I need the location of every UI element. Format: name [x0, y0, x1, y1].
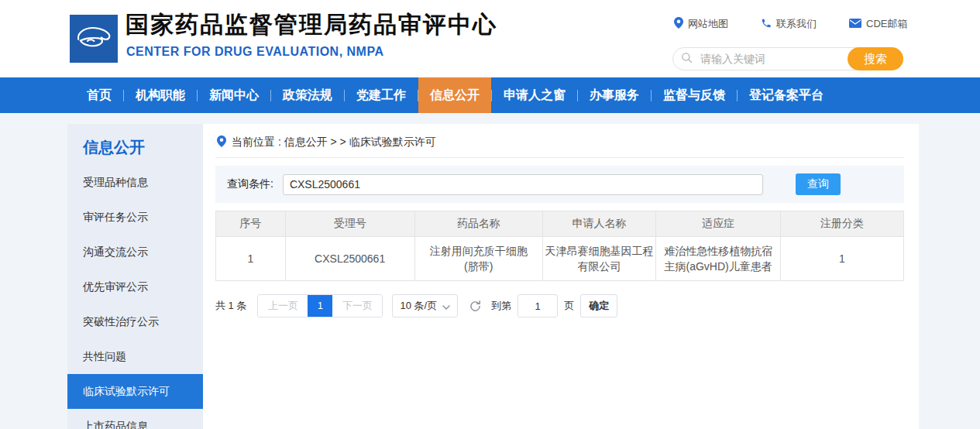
col-header-indication: 适应症 — [656, 211, 781, 237]
sidebar-item-marketed-drug-info[interactable]: 上市药品信息 — [67, 409, 203, 429]
sidebar-title: 信息公开 — [83, 137, 203, 158]
confirm-button[interactable]: 确定 — [580, 294, 617, 317]
query-button[interactable]: 查询 — [796, 173, 841, 195]
chevron-down-icon — [442, 300, 450, 312]
nav-item-news[interactable]: 新闻中心 — [198, 77, 270, 113]
cell-applicant: 天津昂赛细胞基因工程 有限公司 — [542, 237, 656, 281]
contact-us-link[interactable]: 联系我们 — [761, 17, 817, 31]
col-header-seq: 序号 — [216, 211, 286, 237]
nav-item-registration-platform[interactable]: 登记备案平台 — [738, 77, 835, 113]
goto-page-label: 到第 — [491, 299, 511, 313]
contact-us-link-label: 联系我们 — [776, 17, 817, 31]
sidebar-item-clinical-trial-implied-license[interactable]: 临床试验默示许可 — [67, 374, 203, 409]
prev-page-button[interactable]: 上一页 — [258, 295, 308, 317]
sidebar: 信息公开 受理品种信息 审评任务公示 沟通交流公示 优先审评公示 突破性治疗公示… — [67, 124, 203, 429]
location-pin-icon — [674, 17, 683, 31]
nav-item-services[interactable]: 办事服务 — [578, 77, 651, 113]
pagination-total: 共 1 条 — [215, 299, 246, 313]
col-header-acceptance-no: 受理号 — [285, 211, 414, 237]
nav-item-applicant-window[interactable]: 申请人之窗 — [492, 77, 577, 113]
nav-item-party[interactable]: 党建工作 — [345, 77, 418, 113]
cde-mail-link-label: CDE邮箱 — [866, 17, 907, 31]
sidebar-item-priority-review[interactable]: 优先审评公示 — [67, 269, 203, 304]
site-title: 国家药品监督管理局药品审评中心 — [126, 9, 497, 41]
nav-item-home[interactable]: 首页 — [75, 77, 123, 113]
refresh-icon[interactable] — [469, 300, 482, 313]
nav-item-info-disclosure[interactable]: 信息公开 — [418, 77, 491, 113]
cell-seq: 1 — [216, 237, 286, 281]
search-icon — [673, 52, 693, 67]
pagination-group: 上一页 1 下一页 — [257, 294, 383, 317]
main-nav: 首页 机构职能 新闻中心 政策法规 党建工作 信息公开 申请人之窗 办事服务 监… — [0, 77, 980, 113]
cde-mail-link[interactable]: CDE邮箱 — [849, 17, 907, 31]
page-size-value: 10 条/页 — [400, 299, 437, 313]
nav-item-policy[interactable]: 政策法规 — [271, 77, 344, 113]
cell-drug-name: 注射用间充质干细胞 (脐带) — [414, 237, 542, 281]
page-1-button[interactable]: 1 — [308, 295, 332, 317]
cell-indication: 难治性急性移植物抗宿 主病(aGvHD)儿童患者 — [656, 237, 781, 281]
breadcrumb: 当前位置 : 信息公开 > > 临床试验默示许可 — [215, 132, 904, 158]
keyword-search-input[interactable] — [699, 52, 848, 66]
nav-item-functions[interactable]: 机构职能 — [124, 77, 197, 113]
col-header-registration-class: 注册分类 — [781, 211, 904, 237]
query-input[interactable] — [283, 174, 763, 195]
location-pin-icon — [217, 136, 226, 149]
table-header-row: 序号 受理号 药品名称 申请人名称 适应症 注册分类 — [216, 211, 904, 237]
sidebar-item-communication[interactable]: 沟通交流公示 — [67, 235, 203, 269]
sitemap-link[interactable]: 网站地图 — [674, 17, 728, 31]
nav-item-supervision[interactable]: 监督与反馈 — [652, 77, 737, 113]
site-subtitle: CENTER FOR DRUG EVALUATION, NMPA — [126, 45, 383, 59]
page-size-select[interactable]: 10 条/页 — [392, 294, 458, 317]
table-row: 1 CXSL2500661 注射用间充质干细胞 (脐带) 天津昂赛细胞基因工程 … — [216, 237, 904, 281]
header-search-bar: 搜索 — [672, 47, 903, 70]
cde-logo — [70, 15, 118, 63]
breadcrumb-text: 当前位置 : 信息公开 > > 临床试验默示许可 — [232, 136, 436, 149]
site-header: 国家药品监督管理局药品审评中心 CENTER FOR DRUG EVALUATI… — [0, 0, 980, 77]
content-area: 信息公开 受理品种信息 审评任务公示 沟通交流公示 优先审评公示 突破性治疗公示… — [67, 124, 919, 429]
main-panel: 当前位置 : 信息公开 > > 临床试验默示许可 查询条件: 查询 序号 受理号… — [203, 124, 919, 429]
sidebar-item-common-issues[interactable]: 共性问题 — [67, 339, 203, 374]
sidebar-item-accepted-varieties[interactable]: 受理品种信息 — [67, 165, 203, 200]
sidebar-item-breakthrough-therapy[interactable]: 突破性治疗公示 — [67, 304, 203, 339]
next-page-button[interactable]: 下一页 — [332, 295, 382, 317]
search-button[interactable]: 搜索 — [848, 47, 903, 70]
phone-icon — [761, 18, 772, 31]
query-label: 查询条件: — [227, 177, 273, 191]
cell-registration-class: 1 — [781, 237, 904, 281]
results-table: 序号 受理号 药品名称 申请人名称 适应症 注册分类 1 CXSL2500661… — [215, 211, 904, 281]
pagination: 共 1 条 上一页 1 下一页 10 条/页 到第 页 确定 — [215, 294, 904, 317]
cell-acceptance-no: CXSL2500661 — [285, 237, 414, 281]
query-bar: 查询条件: 查询 — [215, 166, 904, 203]
goto-page-input[interactable] — [518, 294, 558, 317]
col-header-drug-name: 药品名称 — [414, 211, 542, 237]
sidebar-item-review-tasks[interactable]: 审评任务公示 — [67, 200, 203, 235]
envelope-icon — [849, 19, 861, 30]
goto-page-unit: 页 — [564, 299, 574, 313]
swan-logo-icon — [73, 16, 115, 61]
sitemap-link-label: 网站地图 — [688, 17, 728, 31]
col-header-applicant: 申请人名称 — [542, 211, 656, 237]
header-quick-links: 网站地图 联系我们 CDE邮箱 — [674, 17, 907, 31]
